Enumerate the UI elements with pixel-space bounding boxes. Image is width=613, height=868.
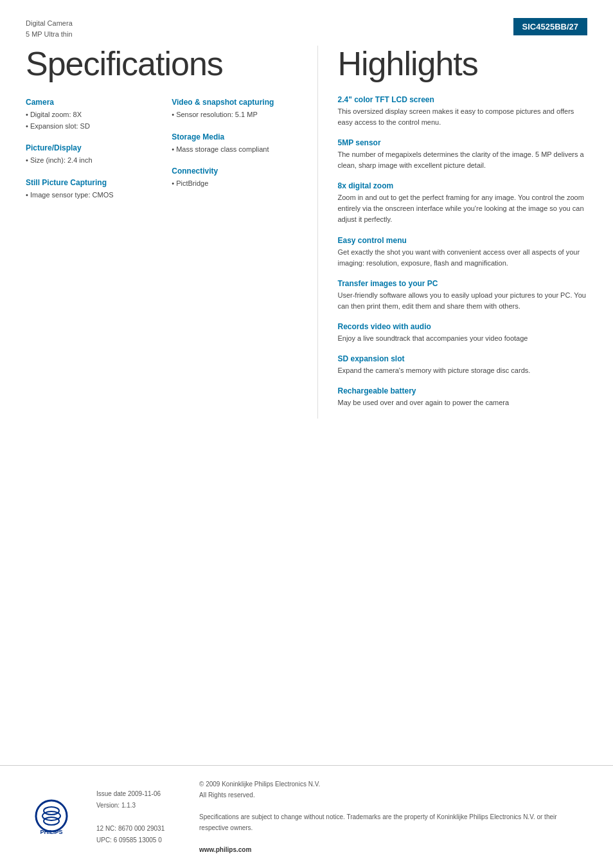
spec-section-storage: Storage Media Mass storage class complia… — [172, 132, 298, 156]
website: www.philips.com — [199, 844, 587, 855]
highlight-desc-zoom: Zoom in and out to get the perfect frami… — [337, 192, 587, 225]
spec-item: PictBridge — [172, 178, 298, 190]
footer: PHILIPS Issue date 2009-11-06 Version: 1… — [0, 765, 613, 868]
footer-meta: Issue date 2009-11-06 Version: 1.1.3 12 … — [96, 788, 180, 846]
spec-title-camera: Camera — [26, 98, 152, 107]
product-line: Digital Camera — [26, 18, 73, 29]
highlight-item-menu: Easy control menu Get exactly the shot y… — [337, 236, 587, 269]
main-content: Specifications Camera Digital zoom: 8X E… — [0, 46, 613, 419]
highlight-title-battery: Rechargeable battery — [337, 386, 587, 395]
spec-item: Mass storage class compliant — [172, 144, 298, 156]
highlights-title: Highlights — [337, 46, 587, 82]
rights: All Rights reserved. — [199, 790, 587, 800]
spec-title-storage: Storage Media — [172, 132, 298, 141]
upc-number: UPC: 6 09585 13005 0 — [96, 835, 180, 846]
highlight-item-sensor: 5MP sensor The number of megapixels dete… — [337, 138, 587, 171]
highlight-desc-battery: May be used over and over again to power… — [337, 397, 587, 408]
highlight-title-menu: Easy control menu — [337, 236, 587, 245]
specs-right: Video & snapshot capturing Sensor resolu… — [172, 98, 298, 212]
spec-item: Expansion slot: SD — [26, 121, 152, 132]
header: Digital Camera 5 MP Ultra thin SIC4525BB… — [0, 0, 613, 39]
highlight-item-transfer: Transfer images to your PC User-friendly… — [337, 279, 587, 312]
spec-title-connectivity: Connectivity — [172, 167, 298, 176]
highlight-item-sd: SD expansion slot Expand the camera's me… — [337, 354, 587, 376]
product-info: Digital Camera 5 MP Ultra thin — [26, 18, 73, 39]
highlight-title-transfer: Transfer images to your PC — [337, 279, 587, 288]
highlight-title-sensor: 5MP sensor — [337, 138, 587, 147]
spec-title-video: Video & snapshot capturing — [172, 98, 298, 107]
model-badge: SIC4525BB/27 — [513, 18, 587, 35]
spec-item: Image sensor type: CMOS — [26, 190, 152, 201]
spec-item: Sensor resolution: 5.1 MP — [172, 109, 298, 121]
highlights-column: Highlights 2.4" color TFT LCD screen Thi… — [317, 46, 587, 419]
highlight-item-zoom: 8x digital zoom Zoom in and out to get t… — [337, 181, 587, 225]
highlight-desc-transfer: User-friendly software allows you to eas… — [337, 290, 587, 312]
issue-date: Issue date 2009-11-06 — [96, 788, 180, 800]
spec-section-still: Still Picture Capturing Image sensor typ… — [26, 178, 152, 201]
version: Version: 1.1.3 — [96, 800, 180, 811]
highlight-desc-video: Enjoy a live soundtrack that accompanies… — [337, 333, 587, 344]
specs-grid: Camera Digital zoom: 8X Expansion slot: … — [26, 98, 298, 212]
highlight-title-sd: SD expansion slot — [337, 354, 587, 363]
highlight-desc-lcd: This oversized display screen makes it e… — [337, 106, 587, 128]
svg-point-0 — [36, 800, 67, 831]
highlight-title-zoom: 8x digital zoom — [337, 181, 587, 190]
page: Digital Camera 5 MP Ultra thin SIC4525BB… — [0, 0, 613, 868]
product-subtitle: 5 MP Ultra thin — [26, 29, 73, 40]
spec-title-display: Picture/Display — [26, 143, 152, 152]
specs-title: Specifications — [26, 46, 298, 82]
spec-title-still: Still Picture Capturing — [26, 178, 152, 187]
spec-item: Digital zoom: 8X — [26, 109, 152, 121]
footer-legal: © 2009 Koninklijke Philips Electronics N… — [199, 779, 587, 855]
highlight-item-video: Records video with audio Enjoy a live so… — [337, 322, 587, 344]
philips-logo: PHILIPS — [26, 798, 77, 836]
highlight-title-lcd: 2.4" color TFT LCD screen — [337, 95, 587, 104]
highlight-item-lcd: 2.4" color TFT LCD screen This oversized… — [337, 95, 587, 128]
spec-section-video: Video & snapshot capturing Sensor resolu… — [172, 98, 298, 121]
spec-section-connectivity: Connectivity PictBridge — [172, 167, 298, 190]
specs-left: Camera Digital zoom: 8X Expansion slot: … — [26, 98, 152, 212]
highlight-title-video: Records video with audio — [337, 322, 587, 331]
highlight-desc-sd: Expand the camera's memory with picture … — [337, 365, 587, 376]
highlight-desc-menu: Get exactly the shot you want with conve… — [337, 247, 587, 269]
spec-item: Size (inch): 2.4 inch — [26, 155, 152, 167]
nc-number: 12 NC: 8670 000 29031 — [96, 823, 180, 835]
highlight-item-battery: Rechargeable battery May be used over an… — [337, 386, 587, 408]
spec-section-camera: Camera Digital zoom: 8X Expansion slot: … — [26, 98, 152, 132]
legal-text: Specifications are subject to change wit… — [199, 811, 587, 833]
svg-text:PHILIPS: PHILIPS — [40, 829, 62, 835]
copyright: © 2009 Koninklijke Philips Electronics N… — [199, 779, 587, 790]
highlight-desc-sensor: The number of megapixels determines the … — [337, 149, 587, 171]
specs-column: Specifications Camera Digital zoom: 8X E… — [26, 46, 317, 419]
spec-section-display: Picture/Display Size (inch): 2.4 inch — [26, 143, 152, 167]
